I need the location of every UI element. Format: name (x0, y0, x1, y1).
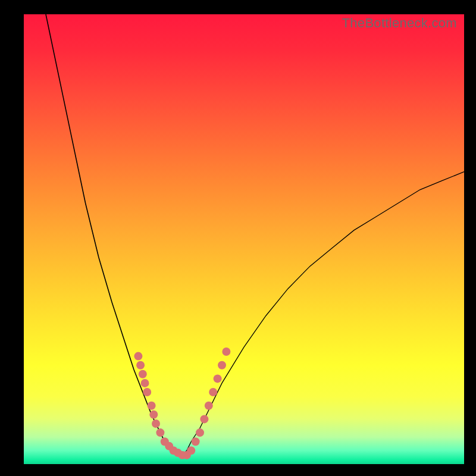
dot (141, 379, 149, 387)
dot (156, 428, 164, 437)
dot (196, 428, 204, 437)
dot (152, 419, 160, 428)
dot (148, 402, 156, 410)
plot-area: TheBottleneck.com (24, 14, 464, 464)
dot (139, 370, 147, 378)
dot (187, 446, 195, 455)
chart-frame: TheBottleneck.com (0, 0, 476, 476)
dot (134, 352, 142, 361)
dot (214, 374, 222, 383)
chart-svg (24, 14, 464, 464)
dot (192, 437, 200, 446)
dot (149, 411, 158, 419)
dot (200, 415, 208, 423)
dot (209, 388, 217, 396)
dot (218, 361, 226, 369)
dot (205, 402, 213, 410)
highlight-dots (134, 347, 230, 459)
dot (143, 388, 151, 396)
dot (222, 347, 230, 356)
dot (136, 361, 145, 369)
right-curve (182, 172, 464, 455)
left-curve (46, 14, 178, 455)
